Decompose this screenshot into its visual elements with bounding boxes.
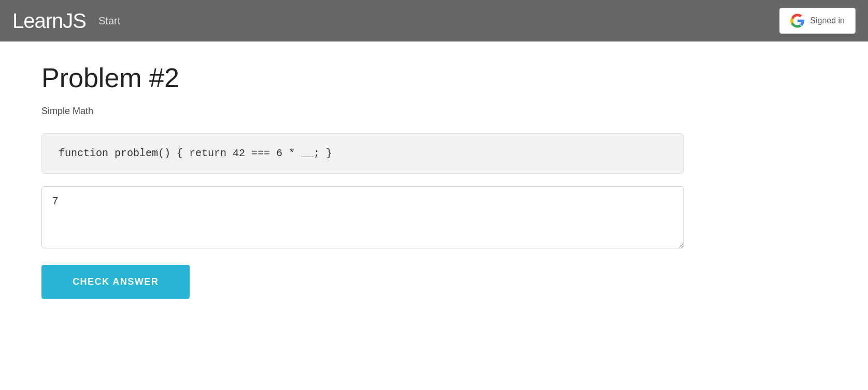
app-brand: LearnJS bbox=[12, 9, 86, 33]
answer-input[interactable]: 7 bbox=[41, 186, 684, 248]
main-content: Problem #2 Simple Math function problem(… bbox=[0, 41, 725, 319]
signin-label: Signed in bbox=[810, 16, 845, 25]
problem-title: Problem #2 bbox=[41, 62, 684, 93]
signin-button[interactable]: Signed in bbox=[779, 8, 856, 34]
navbar: LearnJS Start Signed in bbox=[0, 0, 868, 41]
google-icon bbox=[790, 13, 805, 28]
nav-start-link[interactable]: Start bbox=[98, 15, 120, 27]
navbar-left: LearnJS Start bbox=[12, 9, 120, 33]
problem-subtitle: Simple Math bbox=[41, 106, 684, 117]
code-block: function problem() { return 42 === 6 * _… bbox=[41, 133, 684, 174]
check-answer-button[interactable]: CHECK ANSWER bbox=[41, 265, 190, 299]
